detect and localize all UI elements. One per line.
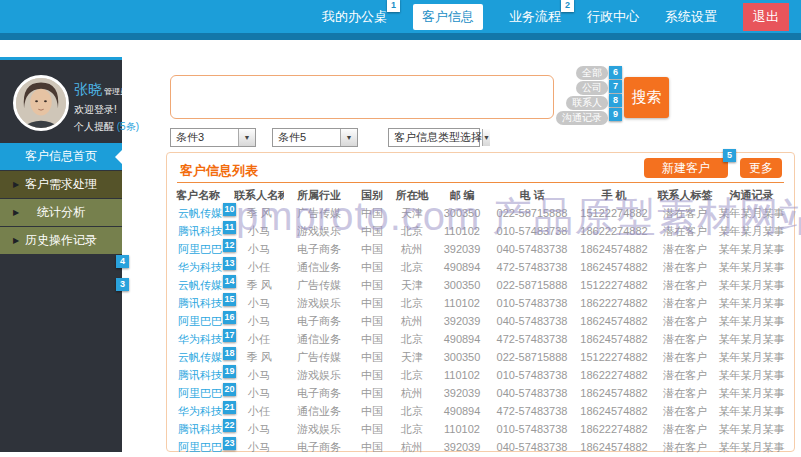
search-button[interactable]: 搜索 — [624, 77, 669, 118]
nav-item-my-desk[interactable]: 我的办公桌 1 — [322, 8, 387, 26]
contact-tag-cell: 潜在客户 — [654, 276, 716, 294]
filter-selected-value: 条件5 — [273, 130, 306, 145]
tutorial-number-badge: 4 — [116, 255, 129, 268]
scope-tag-badges: 6 7 8 9 — [609, 66, 622, 121]
phone-cell: 022-58715888 — [490, 348, 574, 366]
sidebar-item-customer-home[interactable]: 客户信息首页 — [0, 143, 122, 170]
table-row: 阿里巴巴12小马电子商务中国杭州392039040-57483738186245… — [176, 240, 787, 258]
customer-name-cell[interactable]: 腾讯科技15 — [176, 294, 234, 312]
mobile-cell: 18624574882 — [574, 384, 654, 402]
country-cell: 中国 — [354, 276, 390, 294]
chevron-down-icon[interactable]: ▼ — [340, 129, 357, 146]
reminder-count: (5条) — [117, 121, 139, 132]
nav-item-label: 客户信息 — [422, 9, 474, 24]
nav-item-admin-center[interactable]: 行政中心 — [587, 8, 639, 26]
more-button[interactable]: 更多 — [740, 158, 782, 178]
contact-tag-cell: 潜在客户 — [654, 204, 716, 222]
customer-name-cell[interactable]: 华为科技21 — [176, 402, 234, 420]
customer-name-cell[interactable]: 阿里巴巴16 — [176, 312, 234, 330]
customer-name-cell[interactable]: 云帆传媒18 — [176, 348, 234, 366]
sidebar-item-statistics[interactable]: ▶ 统计分析 — [0, 199, 122, 226]
location-cell: 杭州 — [390, 438, 434, 456]
country-cell: 中国 — [354, 204, 390, 222]
zip-cell: 392039 — [434, 384, 490, 402]
sidebar-item-customer-requests[interactable]: ▶ 客户需求处理 — [0, 171, 122, 198]
navbar-divider-strip — [0, 33, 801, 40]
tutorial-number-badge: 6 — [609, 66, 622, 79]
customer-name-cell[interactable]: 云帆传媒10 — [176, 204, 234, 222]
zip-cell: 110102 — [434, 366, 490, 384]
customer-name-cell[interactable]: 华为科技17 — [176, 330, 234, 348]
customer-name-cell[interactable]: 阿里巴巴23 — [176, 438, 234, 456]
top-navbar: 我的办公桌 1 客户信息 业务流程 2 行政中心 系统设置 退出 — [0, 0, 801, 33]
personal-reminder[interactable]: 个人提醒 (5条) — [74, 120, 139, 134]
industry-cell: 通信业务 — [284, 330, 354, 348]
scope-tag-company[interactable]: 公司 — [576, 81, 608, 95]
tutorial-number-badge: 22 — [223, 419, 236, 432]
industry-cell: 电子商务 — [284, 438, 354, 456]
mobile-cell: 18622274882 — [574, 366, 654, 384]
tutorial-number-badge: 5 — [723, 149, 736, 162]
panel-header: 客户信息列表 新建客户 5 更多 — [177, 153, 784, 183]
contact-cell: 季 风 — [234, 348, 284, 366]
nav-item-label: 行政中心 — [587, 9, 639, 24]
zip-cell: 300350 — [434, 348, 490, 366]
customer-name-cell[interactable]: 腾讯科技11 — [176, 222, 234, 240]
filter-dropdown-condition3[interactable]: 条件3 ▼ — [170, 128, 256, 147]
chevron-down-icon[interactable]: ▼ — [482, 129, 490, 146]
customer-name-cell[interactable]: 华为科技13 — [176, 258, 234, 276]
customer-list-panel: 客户信息列表 新建客户 5 更多 客户名称 联系人名称 所属行业 国别 所在地 … — [166, 152, 795, 452]
comm-record-cell: 某年某月某事 — [716, 240, 787, 258]
tutorial-number-badge: 11 — [223, 221, 236, 234]
bullet-arrow-icon: ▶ — [13, 208, 19, 217]
tutorial-number-badge: 12 — [223, 239, 236, 252]
zip-cell: 392039 — [434, 240, 490, 258]
col-header-contact-name: 联系人名称 — [234, 187, 284, 204]
country-cell: 中国 — [354, 402, 390, 420]
comm-record-cell: 某年某月某事 — [716, 276, 787, 294]
table-row: 云帆传媒14季 风广告传媒中国天津300350022-5871588815122… — [176, 276, 787, 294]
comm-record-cell: 某年某月某事 — [716, 366, 787, 384]
customer-name-cell[interactable]: 云帆传媒14 — [176, 276, 234, 294]
filter-dropdown-customer-type[interactable]: 客户信息类型选择 ▼ — [388, 128, 480, 147]
sidebar-item-label: 客户需求处理 — [25, 176, 97, 193]
logout-button[interactable]: 退出 — [743, 3, 789, 31]
filter-selected-value: 客户信息类型选择 — [389, 130, 482, 145]
table-row: 阿里巴巴16小马电子商务中国杭州392039040-57483738186245… — [176, 312, 787, 330]
location-cell: 北京 — [390, 330, 434, 348]
scope-tag-all[interactable]: 全部 — [576, 66, 608, 80]
phone-cell: 040-57483738 — [490, 384, 574, 402]
new-customer-button[interactable]: 新建客户 — [644, 158, 728, 178]
customer-name-cell[interactable]: 腾讯科技19 — [176, 366, 234, 384]
contact-cell: 小马 — [234, 240, 284, 258]
welcome-text: 欢迎登录! — [74, 103, 117, 117]
mobile-cell: 18624574882 — [574, 402, 654, 420]
customer-name-cell[interactable]: 阿里巴巴20 — [176, 384, 234, 402]
customer-name-cell[interactable]: 腾讯科技22 — [176, 420, 234, 438]
nav-item-system-settings[interactable]: 系统设置 — [665, 8, 717, 26]
table-row: 腾讯科技19小马游戏娱乐中国北京110102010-57483738186222… — [176, 366, 787, 384]
filter-dropdown-condition5[interactable]: 条件5 ▼ — [272, 128, 358, 147]
chevron-down-icon[interactable]: ▼ — [238, 129, 255, 146]
industry-cell: 游戏娱乐 — [284, 420, 354, 438]
user-role-badge: 管理员 — [104, 87, 128, 96]
contact-cell: 小马 — [234, 420, 284, 438]
customer-table: 客户名称 联系人名称 所属行业 国别 所在地 邮 编 电 话 手 机 联系人标签… — [176, 187, 787, 456]
nav-item-business-flow[interactable]: 业务流程 2 — [509, 8, 561, 26]
sidebar-item-history[interactable]: ▶ 历史操作记录 — [0, 227, 122, 254]
scope-tag-contact[interactable]: 联系人 — [566, 96, 608, 110]
scope-tag-records[interactable]: 沟通记录 — [556, 111, 608, 125]
nav-item-customer-info[interactable]: 客户信息 — [413, 4, 483, 30]
industry-cell: 广告传媒 — [284, 348, 354, 366]
contact-cell: 季 风 — [234, 204, 284, 222]
location-cell: 北京 — [390, 258, 434, 276]
reminder-label: 个人提醒 — [74, 121, 114, 132]
comm-record-cell: 某年某月某事 — [716, 330, 787, 348]
phone-cell: 010-57483738 — [490, 222, 574, 240]
location-cell: 北京 — [390, 420, 434, 438]
search-input[interactable] — [170, 75, 554, 119]
bullet-arrow-icon: ▶ — [13, 236, 19, 245]
contact-cell: 小马 — [234, 438, 284, 456]
industry-cell: 广告传媒 — [284, 276, 354, 294]
customer-name-cell[interactable]: 阿里巴巴12 — [176, 240, 234, 258]
